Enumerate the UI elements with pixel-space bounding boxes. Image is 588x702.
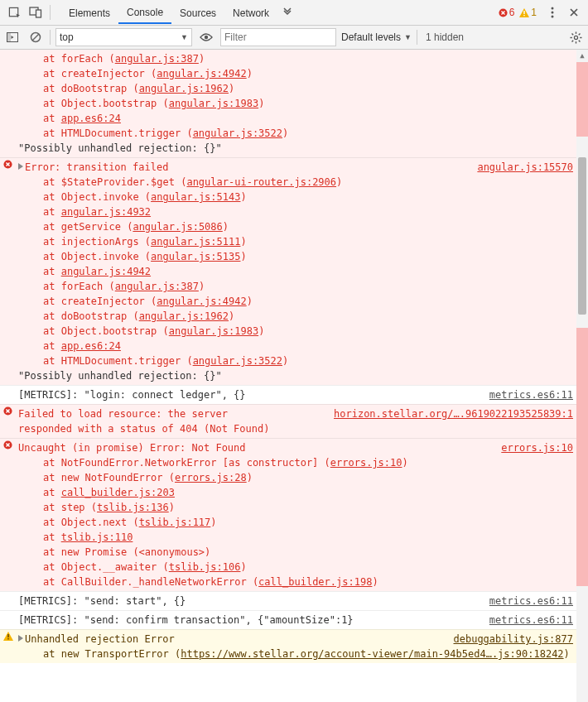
source-link[interactable]: angular.js:3522 (193, 355, 282, 367)
settings-gear-icon[interactable] (566, 28, 585, 46)
devtools-tabbar: Elements Console Sources Network 6 1 (0, 0, 588, 26)
tail-text: "Possibly unhandled rejection: {}" (18, 368, 573, 383)
source-link[interactable]: angular.js:1983 (169, 98, 258, 109)
scroll-up-icon[interactable]: ▲ (576, 50, 588, 61)
clear-console-icon[interactable] (27, 28, 45, 46)
console-entry[interactable]: metrics.es6:11[METRICS]: "login: connect… (0, 385, 576, 404)
log-levels-selector[interactable]: Default levels ▼ (341, 31, 412, 43)
warning-badge-icon (519, 8, 529, 17)
console-entry[interactable]: angular.js:15570Error: transition failed… (0, 157, 576, 385)
device-toggle-icon[interactable] (25, 2, 46, 23)
tab-sources[interactable]: Sources (171, 2, 224, 23)
svg-point-8 (552, 16, 554, 18)
source-link[interactable]: angular.js:4942 (61, 266, 151, 277)
tab-console[interactable]: Console (118, 2, 171, 24)
source-link[interactable]: tslib.js:136 (97, 502, 169, 513)
svg-rect-5 (524, 15, 525, 16)
svg-point-6 (552, 7, 554, 10)
source-link[interactable]: angular.js:5086 (133, 221, 222, 233)
stack-frame: at angular.js:4942 (43, 264, 573, 279)
source-link[interactable]: tslib.js:110 (61, 531, 133, 543)
console-entry[interactable]: horizon.stellar.org/….9619022193525839:1… (0, 404, 576, 438)
svg-line-12 (32, 34, 39, 41)
console-entry[interactable]: at forEach (angular.js:387)at createInje… (0, 50, 576, 157)
tab-network[interactable]: Network (224, 2, 277, 23)
live-expression-icon[interactable] (197, 28, 215, 46)
source-link[interactable]: metrics.es6:11 (489, 387, 573, 402)
source-link[interactable]: errors.js:28 (175, 472, 247, 483)
stack-frame: at CallBuilder._handleNetworkError (call… (43, 575, 573, 589)
source-link[interactable]: angular.js:5135 (151, 251, 240, 262)
source-link[interactable]: angular.js:4942 (157, 296, 246, 307)
separator (417, 30, 417, 45)
source-link[interactable]: angular.js:5143 (151, 191, 240, 203)
source-link[interactable]: angular.js:15570 (477, 160, 573, 175)
stack-frame: at forEach (angular.js:387) (43, 51, 573, 66)
warning-count[interactable]: 1 (519, 7, 537, 18)
error-icon (3, 160, 12, 169)
stack-frame: at new NotFoundError (errors.js:28) (43, 470, 573, 485)
show-sidebar-icon[interactable] (3, 28, 22, 46)
source-link[interactable]: angular.js:387 (115, 53, 199, 65)
source-link[interactable]: call_builder.js:203 (61, 487, 175, 498)
inspect-icon[interactable] (3, 2, 25, 23)
warning-icon (3, 632, 13, 641)
message-text: Failed to load resource: the server resp… (18, 406, 275, 436)
source-link[interactable]: angular.js:4942 (157, 68, 246, 79)
close-devtools-icon[interactable] (563, 2, 585, 23)
source-link[interactable]: angular.js:1962 (139, 83, 229, 94)
source-link[interactable]: angular.js:1962 (139, 310, 229, 322)
console-entry[interactable]: errors.js:10Uncaught (in promise) Error:… (0, 438, 576, 591)
source-link[interactable]: metrics.es6:11 (489, 594, 573, 608)
source-link[interactable]: angular.js:4932 (61, 206, 151, 218)
source-link[interactable]: errors.js:10 (330, 457, 402, 469)
source-link[interactable]: app.es6:24 (61, 113, 121, 124)
filter-input[interactable] (220, 28, 336, 46)
source-link[interactable]: call_builder.js:198 (258, 576, 372, 588)
source-link[interactable]: metrics.es6:11 (489, 613, 573, 627)
source-link[interactable]: angular.js:3522 (193, 127, 282, 139)
console-messages: at forEach (angular.js:387)at createInje… (0, 50, 588, 702)
source-link[interactable]: angular.js:387 (115, 281, 199, 292)
tab-elements[interactable]: Elements (60, 2, 118, 23)
console-entry[interactable]: metrics.es6:11[METRICS]: "send: start", … (0, 591, 576, 610)
message-text: [METRICS]: "login: connect ledger", {} (18, 389, 246, 401)
stack-trace: at NotFoundError.NetworkError [as constr… (43, 455, 573, 589)
console-entry[interactable]: metrics.es6:11[METRICS]: "send: confirm … (0, 610, 576, 629)
context-selector[interactable]: top ▼ (55, 28, 192, 46)
stack-frame: at Object.invoke (angular.js:5135) (43, 249, 573, 264)
more-tabs-icon[interactable] (277, 2, 297, 23)
svg-point-14 (574, 36, 577, 39)
stack-frame: at call_builder.js:203 (43, 485, 573, 500)
source-link[interactable]: angular-ui-router.js:2906 (186, 176, 336, 188)
error-count[interactable]: 6 (499, 7, 515, 18)
panel-tabs: Elements Console Sources Network (60, 2, 297, 24)
scrollbar-track[interactable]: ▲ (576, 50, 588, 702)
disclosure-triangle-icon[interactable] (18, 635, 23, 642)
source-link[interactable]: tslib.js:117 (139, 517, 211, 528)
source-link[interactable]: horizon.stellar.org/….9619022193525839:1 (334, 406, 573, 421)
stack-frame: at new Promise (<anonymous>) (43, 545, 573, 560)
stack-trace: at forEach (angular.js:387)at createInje… (43, 51, 573, 141)
stack-frame: at Object.invoke (angular.js:5143) (43, 190, 573, 204)
console-entry[interactable]: debuggability.js:877Unhandled rejection … (0, 629, 576, 663)
svg-line-19 (571, 33, 573, 35)
svg-line-21 (578, 33, 580, 35)
scrollbar-thumb[interactable] (578, 157, 586, 315)
stack-frame: at app.es6:24 (43, 339, 573, 353)
source-link[interactable]: tslib.js:106 (169, 561, 241, 573)
scroll-marker (576, 62, 588, 137)
stack-frame: at HTMLDocument.trigger (angular.js:3522… (43, 126, 573, 141)
error-icon (3, 406, 12, 416)
stack-frame: at doBootstrap (angular.js:1962) (43, 81, 573, 96)
source-link[interactable]: https://www.stellar.org/account-viewer/m… (181, 648, 563, 660)
source-link[interactable]: app.es6:24 (61, 340, 121, 352)
stack-frame: at getService (angular.js:5086) (43, 219, 573, 234)
source-link[interactable]: debuggability.js:877 (454, 632, 574, 647)
source-link[interactable]: errors.js:10 (501, 440, 573, 455)
kebab-menu-icon[interactable] (542, 2, 563, 23)
source-link[interactable]: angular.js:5111 (151, 236, 240, 248)
source-link[interactable]: angular.js:1983 (169, 325, 258, 337)
hidden-messages[interactable]: 1 hidden (426, 31, 464, 43)
disclosure-triangle-icon[interactable] (18, 163, 23, 170)
